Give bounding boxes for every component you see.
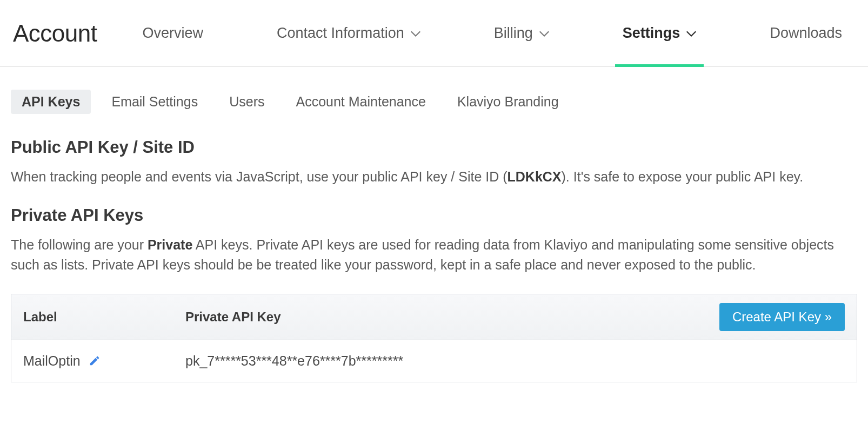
desc-text: When tracking people and events via Java… [11,169,508,184]
tab-email-settings[interactable]: Email Settings [101,90,209,114]
page-title: Account [13,20,97,47]
key-label: MailOptin [23,353,81,368]
private-keys-table: Label Private API Key Create API Key » M… [11,294,857,382]
desc-text: The following are your [11,237,148,252]
secondary-nav: API Keys Email Settings Users Account Ma… [0,67,868,131]
nav-label: Overview [142,25,203,42]
create-api-key-button[interactable]: Create API Key » [719,303,845,331]
public-key-description: When tracking people and events via Java… [11,167,857,187]
chevron-down-icon [411,30,420,37]
nav-downloads[interactable]: Downloads [767,0,844,66]
column-header-key: Private API Key [185,309,719,325]
nav-label: Contact Information [277,25,404,42]
nav-label: Downloads [770,25,842,42]
key-value-cell: pk_7*****53***48**e76****7b********* [185,353,845,369]
table-row: MailOptin pk_7*****53***48**e76****7b***… [11,340,857,382]
desc-text: ). It's safe to expose your public API k… [562,169,804,184]
tab-klaviyo-branding[interactable]: Klaviyo Branding [446,90,570,114]
nav-label: Settings [623,25,680,42]
private-keys-heading: Private API Keys [11,206,857,225]
public-key-heading: Public API Key / Site ID [11,138,857,157]
nav-settings[interactable]: Settings [620,0,699,66]
tab-account-maintenance[interactable]: Account Maintenance [285,90,436,114]
nav-billing[interactable]: Billing [492,0,551,66]
private-keys-description: The following are your Private API keys.… [11,235,857,275]
key-label-cell: MailOptin [23,353,185,369]
table-header: Label Private API Key Create API Key » [11,294,857,340]
chevron-down-icon [539,30,549,37]
site-id-value: LDKkCX [508,169,562,184]
primary-nav: Overview Contact Information Billing Set… [140,0,855,66]
nav-overview[interactable]: Overview [140,0,205,66]
column-header-label: Label [23,309,185,325]
nav-label: Billing [494,25,533,42]
tab-api-keys[interactable]: API Keys [11,90,91,114]
tab-users[interactable]: Users [218,90,275,114]
chevron-down-icon [686,30,696,37]
desc-bold: Private [148,237,192,252]
nav-contact-information[interactable]: Contact Information [275,0,423,66]
pencil-icon[interactable] [89,355,101,367]
